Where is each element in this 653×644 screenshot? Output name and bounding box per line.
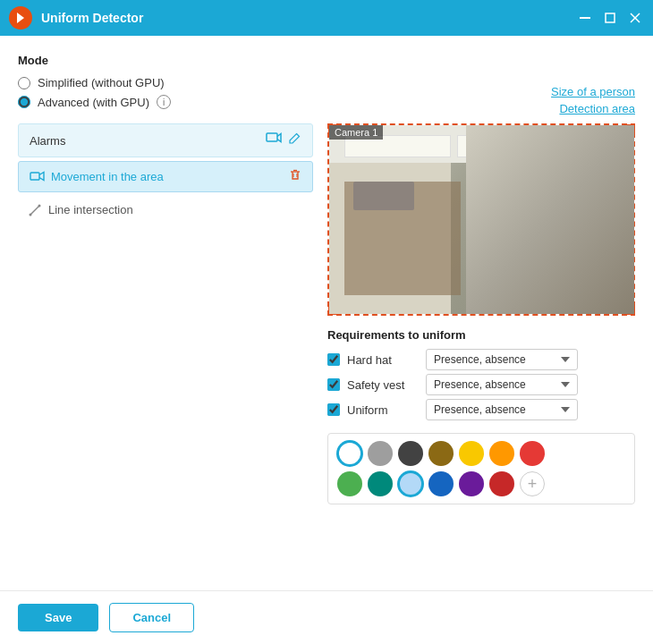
safety-vest-select[interactable]: Presence, absence Presence only Absence … bbox=[426, 374, 578, 395]
safety-vest-label: Safety vest bbox=[347, 378, 419, 392]
color-brown[interactable] bbox=[428, 441, 454, 466]
alarm-movement-left: Movement in the area bbox=[30, 170, 164, 183]
mode-simplified-label: Simplified (without GPU) bbox=[38, 76, 165, 89]
requirements-title: Requirements to uniform bbox=[327, 328, 635, 342]
svg-point-12 bbox=[38, 204, 41, 207]
color-red[interactable] bbox=[489, 471, 514, 496]
main-area: Alarms bbox=[18, 123, 635, 581]
detection-area-link[interactable]: Detection area bbox=[559, 102, 635, 115]
color-orange[interactable] bbox=[489, 441, 514, 466]
svg-marker-0 bbox=[17, 13, 24, 23]
size-of-person-link[interactable]: Size of a person bbox=[551, 85, 635, 98]
window-controls bbox=[576, 9, 644, 27]
delete-alarm-icon[interactable] bbox=[289, 169, 301, 184]
mode-section: Mode Simplified (without GPU) Advanced (… bbox=[18, 54, 635, 114]
color-gray[interactable] bbox=[368, 441, 393, 466]
svg-rect-5 bbox=[267, 133, 277, 141]
uniform-checkbox[interactable] bbox=[327, 403, 340, 416]
alarms-header: Alarms bbox=[18, 123, 313, 157]
cancel-button[interactable]: Cancel bbox=[109, 603, 194, 632]
titlebar: Uniform Detector bbox=[0, 0, 653, 36]
svg-rect-6 bbox=[30, 173, 39, 180]
mode-simplified-radio[interactable] bbox=[18, 77, 30, 89]
window: Uniform Detector Mode Simplified (withou… bbox=[0, 0, 653, 644]
mode-advanced-label: Advanced (with GPU) bbox=[38, 96, 149, 109]
color-row-2: + bbox=[337, 471, 625, 496]
color-yellow[interactable] bbox=[459, 441, 484, 466]
mode-advanced-radio[interactable] bbox=[18, 96, 30, 108]
color-dark-gray[interactable] bbox=[398, 441, 423, 466]
alarms-label: Alarms bbox=[30, 134, 65, 148]
alarm-line-item[interactable]: Line intersection bbox=[18, 196, 313, 224]
alarms-header-left: Alarms bbox=[30, 134, 65, 148]
left-panel: Alarms bbox=[18, 123, 313, 581]
req-uniform-row: Uniform Presence, absence Presence only … bbox=[327, 399, 635, 420]
color-row-1 bbox=[337, 441, 625, 466]
req-hard-hat-row: Hard hat Presence, absence Presence only… bbox=[327, 349, 635, 370]
color-light-blue[interactable] bbox=[398, 471, 423, 496]
window-title: Uniform Detector bbox=[41, 11, 576, 25]
hard-hat-checkbox[interactable] bbox=[327, 353, 340, 366]
requirements-list: Hard hat Presence, absence Presence only… bbox=[327, 349, 635, 420]
color-purple[interactable] bbox=[459, 471, 484, 496]
color-palette: + bbox=[327, 433, 635, 504]
maximize-button[interactable] bbox=[601, 9, 619, 27]
top-links: Size of a person Detection area bbox=[551, 85, 635, 115]
add-color-button[interactable]: + bbox=[520, 471, 545, 496]
svg-rect-2 bbox=[606, 13, 615, 22]
right-panel: Camera 1 Requirements to uniform Hard ha… bbox=[327, 123, 635, 581]
mode-advanced[interactable]: Advanced (with GPU) i bbox=[18, 95, 635, 109]
app-logo bbox=[9, 6, 32, 30]
alarms-icons bbox=[266, 131, 301, 149]
alarm-movement-item[interactable]: Movement in the area bbox=[18, 161, 313, 192]
safety-vest-checkbox[interactable] bbox=[327, 378, 340, 391]
alarm-line-label: Line intersection bbox=[48, 203, 133, 216]
alarm-movement-label: Movement in the area bbox=[51, 170, 164, 183]
camera-label: Camera 1 bbox=[329, 125, 383, 140]
bottom-bar: Save Cancel bbox=[0, 590, 653, 644]
minimize-button[interactable] bbox=[576, 9, 594, 27]
color-red-dark[interactable] bbox=[520, 441, 545, 466]
hard-hat-label: Hard hat bbox=[347, 353, 419, 367]
mode-simplified[interactable]: Simplified (without GPU) bbox=[18, 76, 635, 89]
content-area: Mode Simplified (without GPU) Advanced (… bbox=[0, 36, 653, 590]
uniform-select[interactable]: Presence, absence Presence only Absence … bbox=[426, 399, 578, 420]
camera-view: Camera 1 bbox=[327, 123, 635, 316]
edit-alarm-icon[interactable] bbox=[289, 131, 301, 149]
camera-background bbox=[329, 125, 634, 314]
svg-line-10 bbox=[30, 206, 39, 215]
info-icon[interactable]: i bbox=[157, 95, 171, 109]
color-blue[interactable] bbox=[428, 471, 454, 496]
color-green[interactable] bbox=[337, 471, 362, 496]
req-safety-vest-row: Safety vest Presence, absence Presence o… bbox=[327, 374, 635, 395]
save-button[interactable]: Save bbox=[18, 604, 98, 631]
hard-hat-select[interactable]: Presence, absence Presence only Absence … bbox=[426, 349, 578, 370]
svg-rect-1 bbox=[580, 17, 590, 19]
color-white[interactable] bbox=[337, 441, 362, 466]
svg-point-11 bbox=[30, 213, 32, 216]
uniform-label: Uniform bbox=[347, 403, 419, 417]
mode-title: Mode bbox=[18, 54, 635, 67]
color-teal[interactable] bbox=[368, 471, 393, 496]
requirements-section: Requirements to uniform Hard hat Presenc… bbox=[327, 325, 635, 424]
add-alarm-icon[interactable] bbox=[266, 131, 284, 149]
close-button[interactable] bbox=[626, 9, 644, 27]
